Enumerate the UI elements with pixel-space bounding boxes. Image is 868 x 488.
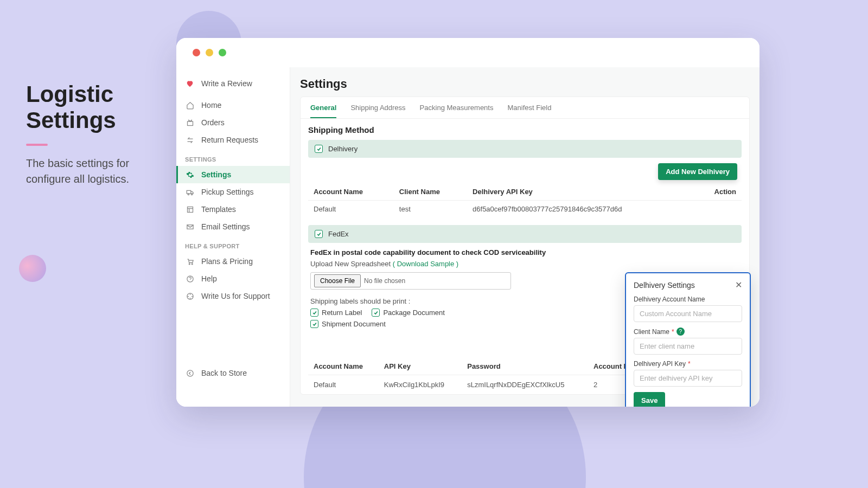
add-new-delhivery-button[interactable]: Add New Delhivery [658,163,737,180]
checkbox-shipment-document[interactable]: Shipment Document [310,320,386,328]
file-input[interactable]: Choose File No file chosen [310,272,511,290]
checkbox-icon[interactable] [315,145,323,153]
orders-icon [185,119,195,127]
sidebar: Write a Review Home Orders Return Reques… [176,67,290,407]
return-icon [185,136,195,144]
cell-api-key: KwRxCilg1KbLpkI9 [379,375,462,395]
field-label-client-name: Client Name * ? [634,328,742,336]
sidebar-item-orders[interactable]: Orders [176,114,290,131]
svg-point-2 [188,194,189,195]
hero-text: Logistic Settings The basic settings for… [26,81,162,187]
cell-password: sLzmILqrfNxDDEgEXCfXlkcU5 [462,375,588,395]
tab-packing-measurements[interactable]: Packing Measurements [420,97,494,118]
home-icon [185,101,195,110]
delhivery-settings-popover: Delhivery Settings ✕ Delhivery Account N… [625,272,751,407]
save-button[interactable]: Save [634,392,665,407]
sidebar-item-home[interactable]: Home [176,97,290,114]
sidebar-item-help[interactable]: Help [176,270,290,287]
sidebar-item-email-settings[interactable]: Email Settings [176,218,290,235]
sidebar-item-plans-pricing[interactable]: Plans & Pricing [176,253,290,270]
help-icon [185,275,195,283]
upload-label: Upload New Spreadsheet [310,260,391,268]
svg-rect-0 [187,121,193,126]
account-name-input[interactable] [634,305,742,322]
sidebar-item-return-requests[interactable]: Return Requests [176,131,290,149]
template-icon [185,206,195,214]
method-name: FedEx [328,230,349,238]
sidebar-item-label: Return Requests [201,136,258,144]
sidebar-item-label: Orders [201,118,225,127]
main-content: Settings General Shipping Address Packin… [290,67,760,407]
support-icon [185,292,195,300]
hero-title: Logistic Settings [26,81,162,134]
sidebar-item-back-to-store[interactable]: Back to Store [176,364,290,382]
field-label-account-name: Delhivery Account Name [634,296,742,303]
cell-action [695,201,742,218]
popover-title: Delhivery Settings [634,281,695,290]
svg-point-10 [187,370,193,376]
checkbox-package-document[interactable]: Package Document [372,309,444,317]
truck-icon [185,188,195,196]
print-label: Shipping labels should be print : [310,297,631,305]
decorative-circle [19,255,46,282]
no-file-text: No file chosen [364,277,405,285]
tab-manifest-field[interactable]: Manifest Field [507,97,551,118]
sidebar-item-label: Home [201,101,221,110]
sidebar-item-label: Write Us for Support [201,292,270,300]
sidebar-item-write-review[interactable]: Write a Review [176,75,290,92]
close-dot[interactable] [193,49,200,56]
download-sample-link[interactable]: ( Download Sample ) [393,260,458,268]
cart-icon [185,258,195,266]
cell-account: Default [308,375,379,395]
checkbox-icon[interactable] [315,230,323,238]
svg-point-7 [192,263,193,264]
col-header: Client Name [394,183,467,201]
sidebar-item-write-support[interactable]: Write Us for Support [176,287,290,305]
method-header-fedex[interactable]: FedEx [308,225,742,243]
sidebar-header-settings: SETTINGS [176,149,290,166]
hero-subtitle: The basic settings for configure all log… [26,156,162,187]
col-header: Password [462,358,588,375]
sidebar-item-label: Write a Review [201,79,252,88]
sidebar-item-label: Help [201,274,217,283]
mail-icon [185,223,195,231]
cell-client: test [394,201,467,218]
col-header: Action [695,183,742,201]
checkbox-return-label[interactable]: Return Label [310,309,362,317]
client-name-input[interactable] [634,338,742,355]
svg-rect-1 [187,190,191,194]
table-row: Default test d6f5a0cef97fb00803777c25791… [308,201,742,218]
field-label-api-key: Delhivery API Key * [634,360,742,368]
cell-account: Default [308,201,394,218]
sidebar-item-label: Back to Store [201,369,247,377]
close-icon[interactable]: ✕ [735,280,742,290]
sidebar-header-help: HELP & SUPPORT [176,235,290,253]
help-badge-icon[interactable]: ? [676,328,685,336]
gear-icon [185,171,195,179]
sidebar-item-label: Email Settings [201,222,250,231]
method-name: Delhivery [328,145,358,153]
delhivery-table: Account Name Client Name Delhivery API K… [308,183,742,217]
hero-divider [26,144,48,146]
tab-shipping-address[interactable]: Shipping Address [350,97,405,118]
section-title-shipping-method: Shipping Method [308,125,742,134]
tab-general[interactable]: General [310,97,336,118]
cell-api-key: d6f5a0cef97fb00803777c25791846c9c3577d6d [467,201,695,218]
svg-point-3 [191,194,193,195]
method-header-delhivery[interactable]: Delhivery [308,140,742,158]
sidebar-item-settings[interactable]: Settings [176,166,290,183]
choose-file-button[interactable]: Choose File [314,274,361,287]
svg-rect-4 [187,207,193,212]
page-title: Settings [300,77,750,91]
sidebar-item-label: Pickup Settings [201,188,254,196]
upload-row: Upload New Spreadsheet ( Download Sample… [308,256,742,272]
sidebar-item-pickup-settings[interactable]: Pickup Settings [176,183,290,201]
sidebar-item-templates[interactable]: Templates [176,201,290,218]
maximize-dot[interactable] [219,49,226,56]
window-titlebar [176,38,760,67]
tabs-row: General Shipping Address Packing Measure… [301,97,749,119]
svg-point-6 [189,263,190,264]
fedex-description: FedEx in postal code capability document… [308,248,742,256]
minimize-dot[interactable] [206,49,213,56]
api-key-input[interactable] [634,370,742,387]
